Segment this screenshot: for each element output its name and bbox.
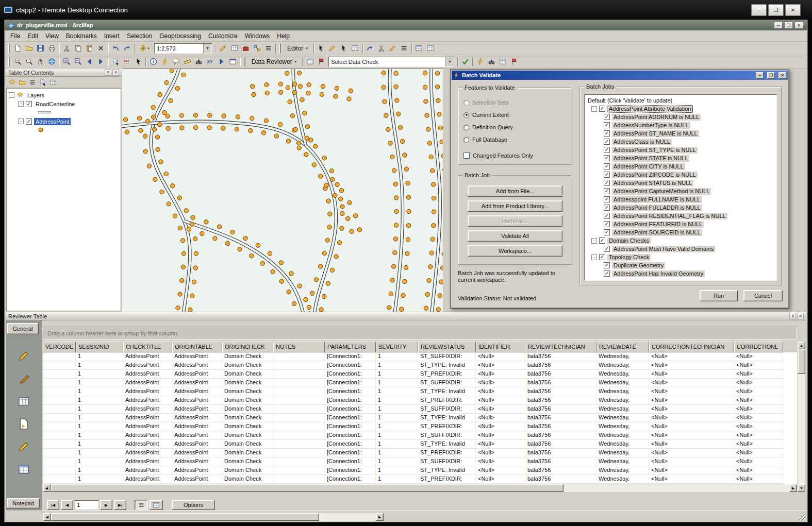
tree-item-addresspoint-addrnum-is-null[interactable]: AddressPoint ADDRNUM is NULL [612,114,701,121]
table-row[interactable]: 1AddressPointAddressPointDomain Check[Co… [43,475,797,484]
menu-insert[interactable]: Insert [101,31,123,41]
rdp-minimize-button[interactable]: ─ [751,4,767,16]
toc-pin-icon[interactable] [105,69,111,76]
map-view[interactable] [122,69,443,312]
reviewer-close-icon[interactable]: ✕ [797,313,804,319]
menu-customize[interactable]: Customize [205,31,241,41]
column-header-sessionid[interactable]: SESSIONID [76,342,123,352]
window-horizontal-scrollbar[interactable]: ◀ ▶ [43,513,384,521]
table-row[interactable]: 1AddressPointAddressPointDomain Check[Co… [43,414,797,422]
attribute-table-button[interactable] [16,462,31,477]
data-reviewer-menu[interactable]: Data Reviewer▾ [247,57,301,67]
list-by-visibility-icon[interactable] [28,78,37,87]
tree-item-addresspoint-state-is-null[interactable]: AddressPoint STATE is NULL [612,155,689,162]
table-vertical-scrollbar[interactable]: ▲ ▼ [798,342,805,492]
tree-checkbox[interactable]: ✓ [604,229,610,235]
column-header-severity[interactable]: SEVERITY [376,342,418,352]
column-header-checktitle[interactable]: CHECKTITLE [123,342,172,352]
tree-item-duplicate-geometry[interactable]: Duplicate Geometry [612,262,665,269]
tree-checkbox[interactable]: ✓ [604,163,610,169]
column-header-reviewtechnician[interactable]: REVIEWTECHNICIAN [525,342,596,352]
browse-features-button[interactable] [486,56,497,67]
table-button[interactable] [228,43,240,54]
tree-checkbox[interactable]: ✓ [604,246,610,252]
sketch-pencil-button[interactable] [16,348,31,364]
tree-item-addresspoint-zipcode-is-null[interactable]: AddressPoint ZIPCODE is NULL [612,172,698,178]
previous-record-button[interactable]: ◀ [61,500,73,510]
zoom-out-button[interactable] [23,56,35,67]
tree-checkbox[interactable]: ✓ [604,139,610,145]
column-header-correctiontechnician[interactable]: CORRECTIONTECHNICIAN [649,342,734,352]
dialog-close-button[interactable]: ✕ [778,72,786,79]
page-select-button[interactable] [16,416,31,432]
go-to-xy-button[interactable] [216,56,227,67]
scroll-right-icon[interactable]: ▶ [376,513,384,521]
dialog-maximize-button[interactable]: ❐ [767,72,775,79]
sketch-tool-button[interactable] [327,43,338,54]
tree-item-addresspoint-attribute-validation[interactable]: AddressPoint Attribute Validation [607,106,692,112]
scroll-down-icon[interactable]: ▼ [798,484,805,492]
add-from-product-library-button[interactable]: Add from Product Library... [468,200,562,212]
list-button[interactable] [262,43,274,54]
layer-symbol[interactable] [37,109,52,116]
reviewer-flag-button[interactable] [316,56,327,67]
tree-checkbox[interactable]: ✓ [604,188,610,194]
commit-check-button[interactable] [459,56,471,67]
batch-jobs-default-item[interactable]: Default (Click 'Validate' to update) [586,96,776,105]
save-button[interactable] [35,43,46,54]
menu-windows[interactable]: Windows [241,31,274,41]
record-number-input[interactable] [75,500,98,510]
table-row[interactable]: 1AddressPointAddressPointDomain Check[Co… [43,370,797,379]
radio-full-database[interactable] [463,137,469,143]
tree-item-addresspoint-status-is-null[interactable]: AddressPoint STATUS is NULL [612,180,693,186]
add-data-button[interactable]: ▾ [136,43,153,54]
new-button[interactable] [12,43,23,54]
table-row[interactable]: 1AddressPointAddressPointDomain Check[Co… [43,396,797,405]
editor-menu[interactable]: Editor▾ [283,43,312,54]
pan-button[interactable] [35,56,46,67]
lightning-tool-button[interactable] [474,56,486,67]
pencil-edit-button[interactable] [16,439,31,454]
window-resize-grip[interactable] [798,513,805,520]
changed-features-only-checkbox[interactable] [463,152,470,159]
arcmap-close-button[interactable]: ✕ [794,22,803,29]
layer-symbol[interactable] [37,127,52,134]
vertex-tool-button[interactable] [338,43,350,54]
tree-item-addresspoint-sourceid-is-null[interactable]: AddressPoint SOURCEID is NULL [612,229,702,236]
tree-item-addresspoint-fullname-is-null[interactable]: Addresspoint FULLNAME is NULL [612,196,702,203]
scroll-left-icon[interactable]: ◀ [43,513,51,521]
tree-checkbox[interactable]: ✓ [599,237,605,244]
tree-checkbox[interactable]: ✓ [599,254,605,260]
layer-visibility-checkbox[interactable]: ✓ [26,101,32,107]
data-check-combo[interactable]: Select Data Check▼ [328,57,454,67]
grid-view-toggle[interactable] [150,500,163,510]
reviewer-grid-button[interactable] [304,56,316,67]
hyperlink-button[interactable] [159,56,170,67]
flag-tool-button[interactable] [508,56,520,67]
list-view-toggle[interactable] [135,500,148,510]
open-button[interactable] [23,43,35,54]
tab-notepad[interactable]: Notepad [7,498,40,508]
column-header-origincheck[interactable]: ORIGINCHECK [222,342,273,352]
cut-button[interactable] [61,43,72,54]
map-scale-combo[interactable]: 1:2,573▼ [154,43,212,54]
arcmap-restore-button[interactable]: ❐ [784,22,793,29]
layer-addresspoint[interactable]: AddressPoint [34,118,71,125]
rdp-close-button[interactable]: ✕ [785,4,801,16]
toc-close-icon[interactable]: ✕ [112,69,119,76]
fixed-zoom-in-button[interactable] [61,56,72,67]
layer-expander[interactable]: - [18,118,24,124]
rotate-tool-button[interactable] [364,43,376,54]
add-from-file-button[interactable]: Add from File... [468,185,562,197]
dialog-minimize-button[interactable]: ─ [756,72,764,79]
map-scale-combo-dropdown-icon[interactable]: ▼ [203,44,211,53]
table-row[interactable]: 1AddressPointAddressPointDomain Check[Co… [43,405,797,414]
redo-button[interactable] [121,43,132,54]
tree-item-addresspoint-fulladdr-is-null[interactable]: AddressPoint FULLADDR is NULL [612,205,702,211]
full-extent-button[interactable] [46,56,57,67]
open-table-button[interactable] [413,43,425,54]
paste-button[interactable] [84,43,95,54]
tree-expander-icon[interactable]: - [591,238,597,244]
menu-bookmarks[interactable]: Bookmarks [62,31,101,41]
column-header-vercode[interactable]: VERCODE [43,342,76,352]
